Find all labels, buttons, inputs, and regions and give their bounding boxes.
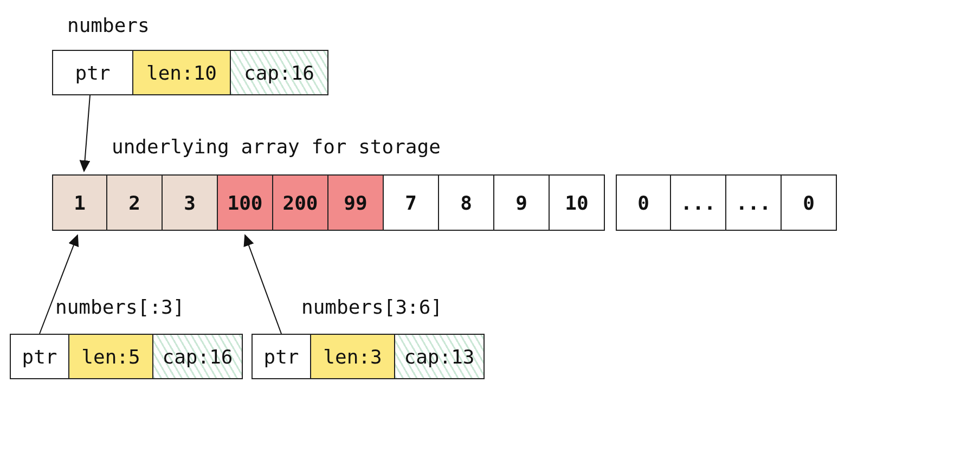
underlying-array-main: 1231002009978910	[52, 174, 605, 231]
numbers-header: ptr len:10 cap:16	[52, 50, 328, 95]
arrow-slice-a-to-array	[40, 235, 78, 334]
array-cell: 7	[384, 174, 439, 231]
numbers-ptr-cell: ptr	[52, 50, 133, 95]
array-cell: 200	[273, 174, 328, 231]
slice-a-cap-cell: cap:16	[153, 334, 243, 379]
slice-b-ptr-cell: ptr	[252, 334, 311, 379]
array-cell: 2	[107, 174, 163, 231]
array-cell: 9	[494, 174, 550, 231]
array-extra-cell: 0	[782, 174, 837, 231]
array-extra-cell: 0	[616, 174, 671, 231]
numbers-title: numbers	[67, 14, 150, 36]
array-extra-cell: ...	[726, 174, 782, 231]
slice-a-ptr-cell: ptr	[10, 334, 69, 379]
numbers-len-cell: len:10	[133, 50, 231, 95]
slice-a-header: ptr len:5 cap:16	[10, 334, 243, 379]
array-cell: 100	[218, 174, 273, 231]
arrow-slice-b-to-array	[245, 235, 281, 334]
slice-a-title: numbers[:3]	[55, 296, 184, 318]
slice-b-cap-cell: cap:13	[395, 334, 485, 379]
underlying-array-extra: 0......0	[616, 174, 837, 231]
slice-a-len-cell: len:5	[69, 334, 153, 379]
array-extra-cell: ...	[671, 174, 726, 231]
array-cell: 10	[550, 174, 605, 231]
numbers-cap-cell: cap:16	[231, 50, 328, 95]
array-cell: 1	[52, 174, 107, 231]
array-cell: 3	[163, 174, 218, 231]
underlying-array-title: underlying array for storage	[112, 135, 441, 158]
slice-b-title: numbers[3:6]	[301, 296, 442, 318]
slice-b-header: ptr len:3 cap:13	[252, 334, 485, 379]
arrow-numbers-to-array	[84, 95, 90, 171]
array-cell: 8	[439, 174, 494, 231]
slice-b-len-cell: len:3	[311, 334, 395, 379]
array-cell: 99	[328, 174, 384, 231]
